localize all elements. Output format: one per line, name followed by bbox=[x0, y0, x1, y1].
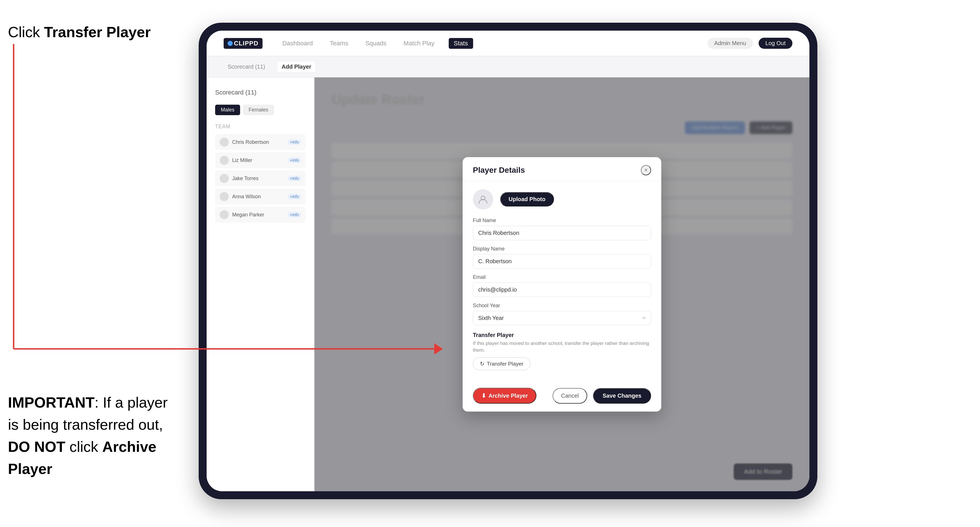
nav-item-dashboard[interactable]: Dashboard bbox=[280, 38, 316, 49]
sidebar: Scorecard (11) Males Females Team Chris … bbox=[207, 78, 315, 491]
display-name-input[interactable] bbox=[473, 254, 651, 268]
player-badge[interactable]: +Info bbox=[288, 194, 301, 199]
nav-item-matchplay[interactable]: Match Play bbox=[401, 38, 438, 49]
tab-females[interactable]: Females bbox=[243, 105, 274, 115]
player-name: Megan Parker bbox=[232, 212, 284, 218]
archive-icon: ⬇ bbox=[481, 392, 486, 399]
instruction-important: IMPORTANT bbox=[8, 394, 94, 411]
transfer-player-button[interactable]: ↻ Transfer Player bbox=[473, 357, 530, 370]
instruction-top: Click Transfer Player bbox=[8, 23, 151, 42]
tablet-screen: CLIPPD Dashboard Teams Squads Match Play… bbox=[207, 31, 810, 491]
display-name-group: Display Name bbox=[473, 246, 651, 268]
avatar-circle bbox=[473, 189, 493, 210]
player-badge[interactable]: +Info bbox=[288, 157, 301, 163]
school-year-group: School Year First Year Second Year Third… bbox=[473, 303, 651, 325]
avatar bbox=[220, 210, 229, 219]
list-item[interactable]: Anna Wilson +Info bbox=[215, 189, 305, 205]
nav-items: Dashboard Teams Squads Match Play Stats bbox=[280, 38, 690, 49]
full-name-group: Full Name bbox=[473, 217, 651, 240]
avatar bbox=[220, 156, 229, 165]
archive-btn-label: Archive Player bbox=[488, 392, 528, 399]
avatar bbox=[220, 138, 229, 147]
avatar bbox=[220, 174, 229, 183]
instruction-text-2: click bbox=[65, 438, 102, 455]
refresh-icon: ↻ bbox=[480, 360, 484, 367]
school-year-label: School Year bbox=[473, 303, 651, 309]
player-name: Liz Miller bbox=[232, 157, 284, 163]
display-name-label: Display Name bbox=[473, 246, 651, 252]
instruction-bottom: IMPORTANT: If a player is being transfer… bbox=[8, 391, 178, 480]
save-changes-button[interactable]: Save Changes bbox=[593, 388, 651, 404]
tablet-frame: CLIPPD Dashboard Teams Squads Match Play… bbox=[199, 23, 818, 499]
upload-photo-button[interactable]: Upload Photo bbox=[500, 192, 554, 206]
player-badge[interactable]: +Info bbox=[288, 212, 301, 217]
instruction-do-not: DO NOT bbox=[8, 438, 65, 455]
sidebar-header: Scorecard (11) bbox=[215, 89, 305, 96]
tab-males[interactable]: Males bbox=[215, 105, 240, 115]
modal-overlay: Player Details × bbox=[315, 78, 810, 491]
admin-menu[interactable]: Admin Menu bbox=[708, 38, 753, 49]
list-item[interactable]: Jake Torres +Info bbox=[215, 170, 305, 186]
modal-footer: ⬇ Archive Player Cancel Save Changes bbox=[463, 383, 661, 411]
app-logo-text: CLIPPD bbox=[234, 40, 259, 47]
app-logo-dot bbox=[228, 41, 233, 46]
right-panel: Update Roster Add Multiple Players + Add… bbox=[315, 78, 810, 491]
tab-buttons: Males Females bbox=[215, 105, 305, 115]
sidebar-section-title: Team bbox=[215, 124, 305, 130]
nav-item-teams[interactable]: Teams bbox=[327, 38, 351, 49]
list-item[interactable]: Chris Robertson +Info bbox=[215, 134, 305, 150]
app-bar: CLIPPD Dashboard Teams Squads Match Play… bbox=[207, 31, 810, 56]
player-badge[interactable]: +Info bbox=[288, 176, 301, 181]
modal-header: Player Details × bbox=[463, 157, 661, 181]
user-icon bbox=[478, 194, 488, 205]
logout-button[interactable]: Log Out bbox=[759, 38, 792, 49]
instruction-top-bold: Transfer Player bbox=[44, 24, 151, 40]
transfer-section-title: Transfer Player bbox=[473, 332, 651, 338]
email-group: Email bbox=[473, 274, 651, 297]
modal-close-button[interactable]: × bbox=[641, 165, 651, 175]
email-input[interactable] bbox=[473, 283, 651, 297]
transfer-section: Transfer Player If this player has moved… bbox=[473, 331, 651, 370]
nav-item-stats[interactable]: Stats bbox=[449, 38, 473, 49]
player-details-modal: Player Details × bbox=[463, 157, 661, 412]
sub-bar-scorecard[interactable]: Scorecard (11) bbox=[224, 62, 269, 72]
email-label: Email bbox=[473, 274, 651, 280]
school-year-select[interactable]: First Year Second Year Third Year Fourth… bbox=[473, 311, 651, 325]
player-name: Jake Torres bbox=[232, 176, 284, 181]
player-badge[interactable]: +Info bbox=[288, 139, 301, 145]
list-item[interactable]: Megan Parker +Info bbox=[215, 207, 305, 223]
transfer-btn-label: Transfer Player bbox=[487, 361, 523, 367]
avatar bbox=[220, 192, 229, 201]
instruction-top-prefix: Click bbox=[8, 24, 44, 40]
modal-body: Upload Photo Full Name Display Name bbox=[463, 181, 661, 383]
sub-bar-add-player[interactable]: Add Player bbox=[278, 62, 315, 72]
full-name-label: Full Name bbox=[473, 217, 651, 224]
player-name: Anna Wilson bbox=[232, 194, 284, 200]
modal-title: Player Details bbox=[473, 166, 525, 175]
app-logo: CLIPPD bbox=[224, 38, 262, 49]
archive-player-button[interactable]: ⬇ Archive Player bbox=[473, 388, 536, 404]
list-item[interactable]: Liz Miller +Info bbox=[215, 152, 305, 168]
transfer-section-desc: If this player has moved to another scho… bbox=[473, 340, 651, 354]
nav-item-squads[interactable]: Squads bbox=[363, 38, 390, 49]
sub-bar: Scorecard (11) Add Player bbox=[207, 56, 810, 78]
photo-section: Upload Photo bbox=[473, 189, 651, 210]
sidebar-player-list: Chris Robertson +Info Liz Miller +Info J… bbox=[215, 134, 305, 223]
player-name: Chris Robertson bbox=[232, 139, 284, 145]
full-name-input[interactable] bbox=[473, 226, 651, 240]
nav-right: Admin Menu Log Out bbox=[708, 38, 792, 49]
cancel-button[interactable]: Cancel bbox=[552, 388, 587, 404]
main-content: Scorecard (11) Males Females Team Chris … bbox=[207, 78, 810, 491]
